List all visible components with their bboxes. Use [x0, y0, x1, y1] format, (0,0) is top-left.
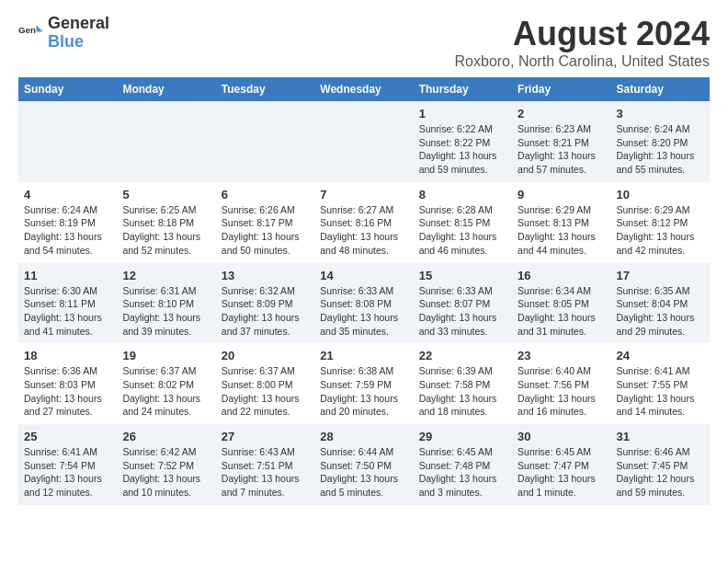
weekday-header: Sunday — [18, 77, 117, 101]
calendar-cell: 23Sunrise: 6:40 AM Sunset: 7:56 PM Dayli… — [512, 343, 610, 424]
day-info: Sunrise: 6:30 AM Sunset: 8:11 PM Dayligh… — [24, 284, 111, 339]
day-number: 1 — [419, 107, 506, 121]
svg-text:Gen: Gen — [18, 25, 36, 35]
day-info: Sunrise: 6:41 AM Sunset: 7:55 PM Dayligh… — [617, 364, 704, 419]
day-info: Sunrise: 6:33 AM Sunset: 8:07 PM Dayligh… — [419, 284, 506, 339]
day-info: Sunrise: 6:45 AM Sunset: 7:48 PM Dayligh… — [419, 445, 506, 500]
day-info: Sunrise: 6:32 AM Sunset: 8:09 PM Dayligh… — [222, 284, 309, 339]
day-info: Sunrise: 6:29 AM Sunset: 8:13 PM Dayligh… — [518, 203, 605, 258]
logo: Gen General Blue — [18, 15, 109, 52]
day-number: 26 — [122, 430, 210, 443]
day-info: Sunrise: 6:26 AM Sunset: 8:17 PM Dayligh… — [222, 203, 309, 258]
calendar-cell: 12Sunrise: 6:31 AM Sunset: 8:10 PM Dayli… — [117, 263, 215, 344]
weekday-header: Thursday — [414, 77, 512, 101]
day-info: Sunrise: 6:27 AM Sunset: 8:16 PM Dayligh… — [320, 203, 407, 258]
day-number: 27 — [222, 430, 309, 443]
calendar-cell: 27Sunrise: 6:43 AM Sunset: 7:51 PM Dayli… — [216, 424, 314, 505]
day-info: Sunrise: 6:24 AM Sunset: 8:19 PM Dayligh… — [24, 203, 111, 258]
day-info: Sunrise: 6:22 AM Sunset: 8:22 PM Dayligh… — [419, 122, 506, 177]
calendar-cell: 2Sunrise: 6:23 AM Sunset: 8:21 PM Daylig… — [512, 101, 610, 182]
day-info: Sunrise: 6:35 AM Sunset: 8:04 PM Dayligh… — [617, 284, 704, 339]
calendar-cell — [314, 101, 413, 182]
calendar-cell: 21Sunrise: 6:38 AM Sunset: 7:59 PM Dayli… — [314, 343, 413, 424]
calendar-cell: 20Sunrise: 6:37 AM Sunset: 8:00 PM Dayli… — [216, 343, 314, 424]
calendar-week-row: 1Sunrise: 6:22 AM Sunset: 8:22 PM Daylig… — [18, 101, 710, 182]
calendar-cell: 8Sunrise: 6:28 AM Sunset: 8:15 PM Daylig… — [414, 182, 512, 263]
day-info: Sunrise: 6:40 AM Sunset: 7:56 PM Dayligh… — [518, 364, 605, 419]
day-number: 8 — [419, 188, 506, 201]
day-number: 29 — [419, 430, 506, 443]
day-info: Sunrise: 6:41 AM Sunset: 7:54 PM Dayligh… — [24, 445, 111, 500]
day-number: 19 — [122, 349, 210, 362]
calendar-cell: 11Sunrise: 6:30 AM Sunset: 8:11 PM Dayli… — [18, 263, 117, 344]
day-number: 11 — [24, 269, 111, 282]
calendar-cell: 5Sunrise: 6:25 AM Sunset: 8:18 PM Daylig… — [117, 182, 215, 263]
calendar-cell: 6Sunrise: 6:26 AM Sunset: 8:17 PM Daylig… — [216, 182, 314, 263]
calendar-cell: 26Sunrise: 6:42 AM Sunset: 7:52 PM Dayli… — [117, 424, 215, 505]
calendar-cell: 10Sunrise: 6:29 AM Sunset: 8:12 PM Dayli… — [611, 182, 710, 263]
day-number: 21 — [320, 349, 407, 362]
day-number: 22 — [419, 349, 506, 362]
calendar-cell: 24Sunrise: 6:41 AM Sunset: 7:55 PM Dayli… — [611, 343, 710, 424]
calendar-cell: 18Sunrise: 6:36 AM Sunset: 8:03 PM Dayli… — [18, 343, 117, 424]
day-number: 15 — [419, 269, 506, 282]
calendar-cell: 30Sunrise: 6:45 AM Sunset: 7:47 PM Dayli… — [512, 424, 610, 505]
calendar-cell: 29Sunrise: 6:45 AM Sunset: 7:48 PM Dayli… — [414, 424, 512, 505]
day-info: Sunrise: 6:46 AM Sunset: 7:45 PM Dayligh… — [617, 445, 704, 500]
calendar-cell: 9Sunrise: 6:29 AM Sunset: 8:13 PM Daylig… — [512, 182, 610, 263]
weekday-header: Wednesday — [314, 77, 413, 101]
calendar-cell: 1Sunrise: 6:22 AM Sunset: 8:22 PM Daylig… — [414, 101, 512, 182]
day-number: 18 — [24, 349, 111, 362]
day-number: 13 — [222, 269, 309, 282]
day-number: 9 — [518, 188, 605, 201]
day-number: 14 — [320, 269, 407, 282]
calendar-cell: 25Sunrise: 6:41 AM Sunset: 7:54 PM Dayli… — [18, 424, 117, 505]
day-info: Sunrise: 6:31 AM Sunset: 8:10 PM Dayligh… — [122, 284, 210, 339]
calendar-week-row: 4Sunrise: 6:24 AM Sunset: 8:19 PM Daylig… — [18, 182, 710, 263]
calendar-week-row: 11Sunrise: 6:30 AM Sunset: 8:11 PM Dayli… — [18, 263, 710, 344]
day-info: Sunrise: 6:28 AM Sunset: 8:15 PM Dayligh… — [419, 203, 506, 258]
day-number: 12 — [122, 269, 210, 282]
day-number: 5 — [122, 188, 210, 201]
day-number: 30 — [518, 430, 605, 443]
day-number: 16 — [518, 269, 605, 282]
calendar-cell: 4Sunrise: 6:24 AM Sunset: 8:19 PM Daylig… — [18, 182, 117, 263]
calendar-cell: 31Sunrise: 6:46 AM Sunset: 7:45 PM Dayli… — [611, 424, 710, 505]
calendar-cell: 3Sunrise: 6:24 AM Sunset: 8:20 PM Daylig… — [611, 101, 710, 182]
weekday-header: Monday — [117, 77, 215, 101]
weekday-header: Saturday — [611, 77, 710, 101]
calendar-cell: 7Sunrise: 6:27 AM Sunset: 8:16 PM Daylig… — [314, 182, 413, 263]
title-area: August 2024 Roxboro, North Carolina, Uni… — [455, 15, 710, 70]
header: Gen General Blue August 2024 Roxboro, No… — [18, 15, 710, 70]
day-number: 2 — [518, 107, 605, 121]
calendar-cell: 16Sunrise: 6:34 AM Sunset: 8:05 PM Dayli… — [512, 263, 610, 344]
calendar-week-row: 18Sunrise: 6:36 AM Sunset: 8:03 PM Dayli… — [18, 343, 710, 424]
day-number: 20 — [222, 349, 309, 362]
svg-marker-1 — [37, 25, 43, 31]
day-number: 3 — [617, 107, 704, 121]
day-info: Sunrise: 6:25 AM Sunset: 8:18 PM Dayligh… — [122, 203, 210, 258]
day-info: Sunrise: 6:37 AM Sunset: 8:00 PM Dayligh… — [222, 364, 309, 419]
day-number: 24 — [617, 349, 704, 362]
calendar-cell: 17Sunrise: 6:35 AM Sunset: 8:04 PM Dayli… — [611, 263, 710, 344]
logo-icon: Gen — [18, 20, 44, 46]
day-number: 23 — [518, 349, 605, 362]
weekday-header: Tuesday — [216, 77, 314, 101]
day-info: Sunrise: 6:36 AM Sunset: 8:03 PM Dayligh… — [24, 364, 111, 419]
day-info: Sunrise: 6:24 AM Sunset: 8:20 PM Dayligh… — [617, 122, 704, 177]
day-info: Sunrise: 6:23 AM Sunset: 8:21 PM Dayligh… — [518, 122, 605, 177]
day-info: Sunrise: 6:37 AM Sunset: 8:02 PM Dayligh… — [122, 364, 210, 419]
calendar-cell — [18, 101, 117, 182]
day-info: Sunrise: 6:39 AM Sunset: 7:58 PM Dayligh… — [419, 364, 506, 419]
day-number: 17 — [617, 269, 704, 282]
calendar-cell: 13Sunrise: 6:32 AM Sunset: 8:09 PM Dayli… — [216, 263, 314, 344]
calendar-cell — [117, 101, 215, 182]
day-number: 31 — [617, 430, 704, 443]
weekday-header: Friday — [512, 77, 610, 101]
day-info: Sunrise: 6:43 AM Sunset: 7:51 PM Dayligh… — [222, 445, 309, 500]
calendar-body: 1Sunrise: 6:22 AM Sunset: 8:22 PM Daylig… — [18, 101, 710, 505]
day-info: Sunrise: 6:29 AM Sunset: 8:12 PM Dayligh… — [617, 203, 704, 258]
day-info: Sunrise: 6:45 AM Sunset: 7:47 PM Dayligh… — [518, 445, 605, 500]
day-info: Sunrise: 6:34 AM Sunset: 8:05 PM Dayligh… — [518, 284, 605, 339]
day-number: 4 — [24, 188, 111, 201]
